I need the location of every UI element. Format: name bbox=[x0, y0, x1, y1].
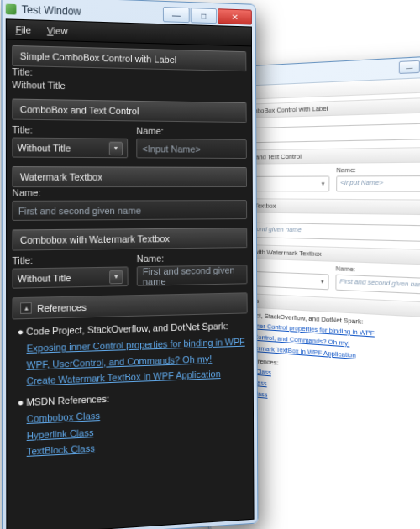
section-header: Watermark Textbox bbox=[12, 166, 247, 187]
window-dark-theme: Test Window — □ ✕ File View Simple Combo… bbox=[1, 0, 258, 529]
menu-view[interactable]: View bbox=[47, 25, 68, 36]
minimize-button[interactable]: — bbox=[163, 7, 190, 23]
name-watermark-input[interactable]: First and second given name bbox=[335, 275, 420, 296]
title-combobox[interactable]: Without Title▼ bbox=[12, 266, 128, 288]
name-label: Name: bbox=[136, 126, 247, 138]
minimize-button[interactable]: — bbox=[399, 60, 420, 74]
title-combobox[interactable]: Without Title▼ bbox=[12, 137, 128, 158]
title-label: Title: bbox=[12, 124, 128, 136]
name-watermark-input[interactable]: First and second given name bbox=[12, 200, 247, 221]
close-button[interactable]: ✕ bbox=[218, 8, 252, 24]
chevron-down-icon: ▼ bbox=[321, 181, 326, 186]
references-header[interactable]: ▴ References bbox=[13, 292, 248, 319]
name-watermark-input[interactable]: First and second given name bbox=[137, 264, 248, 286]
name-label: Name: bbox=[12, 187, 247, 198]
title-value: Without Title bbox=[12, 80, 246, 95]
name-label: Name: bbox=[336, 165, 420, 175]
maximize-button[interactable]: □ bbox=[191, 8, 217, 24]
title-label: Title: bbox=[12, 254, 128, 265]
chevron-down-icon: ▼ bbox=[320, 279, 325, 285]
window-title: Test Window bbox=[22, 3, 81, 18]
chevron-down-icon: ▼ bbox=[109, 270, 123, 284]
menu-file[interactable]: File bbox=[15, 24, 31, 35]
app-icon bbox=[6, 4, 17, 15]
name-input[interactable]: <Input Name> bbox=[336, 175, 420, 192]
section-header: ComboBox and Text Control bbox=[12, 99, 246, 123]
expand-icon: ▴ bbox=[20, 302, 32, 314]
section-header: Combobox with Watermark Textbox bbox=[12, 228, 247, 251]
name-input[interactable]: <Input Name> bbox=[136, 139, 247, 159]
name-label: Name: bbox=[137, 252, 248, 264]
chevron-down-icon: ▼ bbox=[109, 141, 123, 155]
